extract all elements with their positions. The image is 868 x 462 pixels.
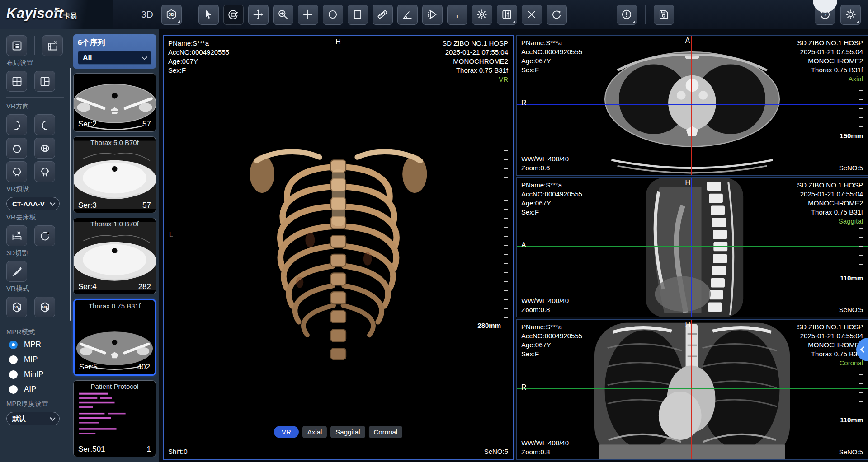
split-layout-icon: [39, 75, 51, 88]
coronal-viewport[interactable]: PName:S***a AccNO:0004920555 Age:067Y Se…: [516, 319, 868, 460]
vr-orient-right-button[interactable]: [34, 114, 55, 135]
mip-render-mode-button[interactable]: MIP: [34, 297, 55, 317]
mpr-mode-radio-minip[interactable]: MinIP: [9, 370, 65, 379]
view-button-coronal[interactable]: Coronal: [369, 426, 403, 438]
crosshair-horizontal[interactable]: [517, 104, 868, 105]
rotate-3d-tool-button[interactable]: [223, 5, 244, 25]
crosshair-vertical[interactable]: [691, 320, 692, 459]
mpr-mode-radio-aip[interactable]: AIP: [9, 385, 65, 394]
chevron-left-icon: [860, 346, 867, 353]
bed-reset-button[interactable]: [34, 225, 55, 246]
radio-icon: [9, 370, 18, 379]
series-thumbnail-ser4[interactable]: Thorax 1.0 B70f Ser:4 282: [73, 218, 156, 294]
image-count: 282: [138, 282, 151, 291]
cobb-angle-tool-button[interactable]: [422, 5, 443, 25]
mpr-thickness-dropdown[interactable]: 默认: [6, 412, 60, 425]
series-filter-dropdown[interactable]: All: [78, 51, 151, 65]
3d-cube-icon: 3D: [165, 9, 177, 20]
crosshair-vertical[interactable]: [691, 36, 692, 175]
zoom-tool-button[interactable]: [273, 5, 293, 25]
mpr-mode-label: MPR模式: [6, 328, 65, 336]
series-scrollbar[interactable]: [70, 68, 71, 321]
3d-view-tool-button[interactable]: 3D: [161, 5, 182, 25]
angle-tool-button[interactable]: [397, 5, 418, 25]
series-header: 6个序列 All: [73, 34, 156, 69]
series-thumbnail-ser3[interactable]: Thorax 5.0 B70f Ser:3 57: [73, 136, 156, 213]
app-logo: Kayisoft卡易✦: [0, 0, 113, 29]
vr-viewport[interactable]: PName:S***a AccNO:0004920555 Age:067Y Se…: [163, 35, 514, 460]
remove-bed-button[interactable]: [6, 225, 27, 246]
view-button-axial[interactable]: Axial: [302, 426, 327, 438]
pan-tool-button[interactable]: [248, 5, 269, 25]
scale-label: 110mm: [840, 274, 863, 282]
ct-coronal-image: [585, 320, 799, 459]
series-number-overlay: SeNO:5: [839, 448, 863, 457]
series-thumbnail-ser5[interactable]: Thorax 0.75 B31f Ser:5 402: [73, 299, 156, 376]
series-number: Ser:501: [78, 445, 105, 454]
layout-close-button[interactable]: [42, 35, 63, 56]
view-button-vr[interactable]: VR: [274, 426, 299, 438]
crosshair-horizontal[interactable]: [517, 388, 868, 389]
delete-tool-button[interactable]: [522, 5, 542, 25]
vr-preset-value: CT-AAA-V: [12, 200, 45, 208]
vr-orient-inferior-button[interactable]: [34, 138, 55, 159]
image-count: 1: [147, 445, 151, 454]
info-tool-button[interactable]: [617, 5, 637, 25]
series-number-overlay: SeNO:5: [484, 447, 508, 456]
magnifier-plus-icon: [277, 9, 289, 20]
settings-button[interactable]: [840, 5, 861, 25]
scalpel-cut-button[interactable]: [6, 261, 27, 282]
scale-ruler: [859, 86, 863, 131]
vr-mode-label: VR模式: [6, 285, 65, 293]
select-tool-button[interactable]: [198, 5, 219, 25]
adjustments-tool-button[interactable]: [497, 5, 517, 25]
crosshair-horizontal[interactable]: [517, 246, 868, 247]
view-type-label: Coronal: [797, 359, 863, 368]
sidebar-divider: [6, 323, 64, 323]
pan-icon: [252, 9, 264, 20]
vr-orient-left-button[interactable]: [6, 114, 27, 135]
vr-orient-posterior-button[interactable]: [6, 161, 27, 182]
image-count: 57: [142, 120, 151, 129]
series-filter-value: All: [83, 54, 92, 62]
axial-viewport[interactable]: PName:S***a AccNO:0004920555 Age:067Y Se…: [516, 35, 868, 176]
series-number-overlay: SeNO:5: [839, 163, 863, 173]
saggital-viewport[interactable]: PName:S***a AccNO:0004920555 Age:067Y Se…: [516, 177, 868, 318]
crosshair-vertical[interactable]: [691, 178, 692, 317]
ellipse-tool-button[interactable]: [323, 5, 343, 25]
mpr-mode-radio-mpr[interactable]: MPR: [9, 340, 65, 349]
reset-tool-button[interactable]: [547, 5, 567, 25]
layout-list-button[interactable]: [6, 35, 27, 56]
vr-orient-superior-button[interactable]: [6, 138, 27, 159]
ruler-tool-button[interactable]: [373, 5, 393, 25]
orientation-label-top: H: [335, 38, 341, 46]
view-type-label: VR: [442, 75, 508, 84]
series-thumbnail-ser2[interactable]: Ser:2 57: [73, 73, 156, 132]
window-level-tool-button[interactable]: [472, 5, 492, 25]
text-tool-button[interactable]: T: [447, 5, 467, 25]
vr-render-mode-button[interactable]: VR: [6, 297, 27, 317]
cursor-icon: [203, 9, 214, 20]
crosshair-tool-button[interactable]: [298, 5, 318, 25]
tool-sidebar: 布局设置 VR方向: [0, 29, 69, 462]
study-info-overlay: SD ZIBO NO.1 HOSP 2025-01-21 07:55:04 MO…: [442, 39, 508, 84]
series-title: Thorax 0.75 B31f: [75, 302, 155, 310]
series-thumbnail-ser501[interactable]: Patient Protocol Ser:501 1: [73, 380, 156, 457]
grid-layout-button[interactable]: [6, 71, 27, 92]
patient-info-overlay: PName:S***a AccNO:0004920555 Age:067Y Se…: [521, 181, 582, 217]
svg-text:?: ?: [824, 12, 826, 17]
orientation-label-left: L: [169, 231, 173, 239]
rectangle-tool-button[interactable]: [348, 5, 368, 25]
toolbar-divider: [645, 5, 646, 24]
vr-preset-dropdown[interactable]: CT-AAA-V: [6, 197, 60, 210]
split-layout-button[interactable]: [34, 71, 55, 92]
vr-bed-removal-label: VR去床板: [6, 213, 65, 222]
scalpel-icon: [11, 266, 23, 278]
mip-hexagon-icon: MIP: [39, 301, 51, 313]
view-button-saggital[interactable]: Saggital: [330, 426, 365, 438]
save-tool-button[interactable]: [654, 5, 674, 25]
layout-x-icon: [47, 40, 59, 52]
vr-orient-anterior-button[interactable]: [34, 161, 55, 182]
mpr-mode-radio-mip[interactable]: MIP: [9, 355, 65, 364]
scale-ruler: [859, 370, 863, 415]
